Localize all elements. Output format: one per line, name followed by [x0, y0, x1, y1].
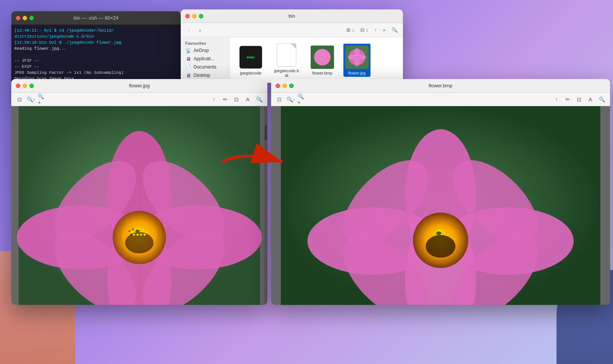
terminal-close-button[interactable]	[16, 16, 20, 20]
finder-title: bin	[288, 13, 295, 19]
flower-jpg-file-name: flower.jpg	[348, 71, 366, 75]
file-item-flower-jpg[interactable]: flower.jpg	[343, 44, 371, 77]
finder-grid-icon[interactable]: ⊟ ↕	[359, 26, 370, 34]
file-item-flower-bmp[interactable]: flower.bmp	[309, 44, 336, 77]
finder-sidebar-favourites-heading: Favourites	[181, 40, 229, 46]
preview-jpg-zoom-in-btn[interactable]: 🔍+	[38, 95, 47, 104]
flower-bmp-image	[271, 106, 610, 305]
terminal-line-3: [12:50:16:bin Dyl $ ./jpegdecode flower.…	[14, 40, 178, 46]
terminal-line-8: JPEG Sampling Factor -> 1x1 (No Subsampl…	[14, 70, 178, 76]
finder-forward-button[interactable]: ›	[196, 26, 204, 34]
preview-jpg-traffic-lights	[16, 84, 34, 88]
svg-point-13	[348, 55, 358, 60]
svg-rect-27	[129, 230, 130, 232]
flower-bmp-file-name: flower.bmp	[312, 71, 332, 75]
finder-traffic-lights	[185, 14, 203, 18]
sidebar-item-desktop-label: Desktop	[194, 73, 210, 78]
svg-point-6	[314, 55, 323, 60]
svg-rect-67	[434, 233, 436, 235]
preview-bmp-traffic-lights	[276, 84, 294, 88]
finder-close-button[interactable]	[185, 14, 190, 18]
terminal-minimize-button[interactable]	[23, 16, 27, 20]
finder-files-area: exec jpegdecode jpegdecode.bat	[230, 37, 403, 83]
preview-jpg-body	[11, 106, 267, 305]
sidebar-item-documents[interactable]: 📄 Documents	[181, 63, 229, 71]
finder-search-icon[interactable]: 🔍	[390, 26, 399, 34]
finder-minimize-button[interactable]	[192, 14, 197, 18]
preview-jpg-scrollbar-thumb	[265, 125, 267, 140]
terminal-body[interactable]: [12:49:21:- Dyl $ cd /jpegdecoder/build/…	[11, 25, 181, 85]
preview-jpg-markup-btn[interactable]: ✏	[221, 95, 230, 104]
file-item-jpegdecode-bat[interactable]: jpegdecode.bat	[272, 41, 301, 79]
preview-jpg-zoom-out-btn[interactable]: 🔍-	[26, 95, 35, 104]
finder-toolbar: ‹ › ⊞ ↕ ⊟ ↕ ↑ » 🔍	[181, 23, 403, 37]
preview-jpg-crop-btn[interactable]: ⊡	[232, 95, 241, 104]
preview-bmp-titlebar: flower.bmp	[271, 79, 610, 93]
preview-bmp-share-btn[interactable]: ↑	[552, 95, 561, 104]
preview-bmp-body	[271, 106, 610, 305]
flower-bmp-file-icon	[310, 45, 334, 69]
jpegdecode-bat-file-icon	[274, 43, 299, 67]
preview-jpg-annotate-btn[interactable]: A	[243, 95, 252, 104]
terminal-line-7: -- EXIF --	[14, 64, 178, 70]
preview-jpg-title: flower.jpg	[129, 83, 150, 88]
svg-rect-65	[444, 230, 445, 232]
terminal-maximize-button[interactable]	[29, 16, 34, 20]
preview-bmp-markup-btn[interactable]: ✏	[563, 95, 572, 104]
svg-point-41	[136, 230, 140, 233]
sidebar-item-desktop[interactable]: 🖥 Desktop	[181, 71, 229, 79]
sidebar-item-applications-label: Applicati...	[194, 56, 214, 61]
finder-more-icon[interactable]: »	[381, 26, 387, 34]
preview-bmp-view-btn[interactable]: ⊡	[275, 95, 284, 104]
preview-bmp-annotate-btn[interactable]: A	[586, 95, 595, 104]
preview-jpg-scrollbar[interactable]	[264, 106, 267, 305]
preview-bmp-zoom-out-btn[interactable]: 🔍-	[286, 95, 295, 104]
preview-jpg-window: flower.jpg ⊡ 🔍- 🔍+ ↑ ✏ ⊡ A 🔍	[11, 79, 267, 305]
terminal-line-5	[14, 52, 178, 58]
preview-jpg-share-btn[interactable]: ↑	[209, 95, 218, 104]
preview-jpg-toolbar: ⊡ 🔍- 🔍+ ↑ ✏ ⊡ A 🔍	[11, 93, 267, 106]
preview-bmp-search-btn[interactable]: 🔍	[597, 95, 606, 104]
terminal-titlebar: bin — -zsh — 80×24	[11, 11, 181, 25]
preview-bmp-crop-btn[interactable]: ⊡	[575, 95, 584, 104]
svg-point-35	[142, 228, 144, 231]
svg-point-38	[136, 233, 139, 236]
finder-share-icon[interactable]: ↑	[373, 26, 378, 34]
preview-jpg-titlebar: flower.jpg	[11, 79, 267, 93]
preview-jpg-view-btn[interactable]: ⊡	[15, 95, 24, 104]
terminal-line-1: [12:49:21:- Dyl $ cd /jpegdecoder/build/	[14, 28, 178, 34]
svg-rect-28	[132, 228, 134, 230]
sidebar-item-airdrop[interactable]: 📡 AirDrop	[181, 46, 229, 55]
preview-jpg-search-btn[interactable]: 🔍	[255, 95, 264, 104]
finder-sidebar: Favourites 📡 AirDrop 🖥 Applicati... 📄 Do…	[181, 37, 230, 83]
preview-bmp-maximize-button[interactable]	[289, 84, 294, 88]
sidebar-item-documents-label: Documents	[194, 64, 217, 70]
finder-back-button[interactable]: ‹	[185, 26, 193, 34]
finder-maximize-button[interactable]	[199, 14, 203, 18]
svg-rect-64	[441, 230, 443, 231]
jpegdecode-file-name: jpegdecode	[240, 71, 262, 75]
preview-bmp-close-button[interactable]	[276, 84, 280, 88]
finder-window: bin ‹ › ⊞ ↕ ⊟ ↕ ↑ » 🔍 Favourites 📡 AirDr…	[181, 9, 403, 83]
preview-bmp-toolbar: ⊡ 🔍- 🔍+ ↑ ✏ ⊡ A 🔍	[271, 93, 610, 106]
sidebar-item-applications[interactable]: 🖥 Applicati...	[181, 55, 229, 63]
svg-rect-68	[445, 233, 447, 235]
svg-point-71	[436, 231, 441, 235]
terminal-line-4: Reading flower.jpg...	[14, 46, 178, 52]
preview-bmp-zoom-in-btn[interactable]: 🔍+	[297, 95, 306, 104]
preview-jpg-close-button[interactable]	[16, 84, 20, 88]
svg-point-39	[140, 233, 142, 236]
svg-point-37	[133, 233, 135, 236]
preview-bmp-minimize-button[interactable]	[282, 84, 287, 88]
terminal-window: bin — -zsh — 80×24 [12:49:21:- Dyl $ cd …	[11, 11, 181, 85]
preview-jpg-minimize-button[interactable]	[23, 84, 27, 88]
terminal-traffic-lights	[16, 16, 34, 20]
svg-point-70	[425, 235, 455, 257]
finder-view-icon[interactable]: ⊞ ↕	[345, 26, 356, 34]
applications-icon: 🖥	[185, 56, 191, 62]
file-item-jpegdecode[interactable]: exec jpegdecode	[237, 44, 264, 77]
preview-jpg-maximize-button[interactable]	[29, 84, 34, 88]
svg-point-40	[143, 233, 146, 236]
sidebar-item-airdrop-label: AirDrop	[194, 48, 209, 53]
airdrop-icon: 📡	[185, 47, 191, 53]
